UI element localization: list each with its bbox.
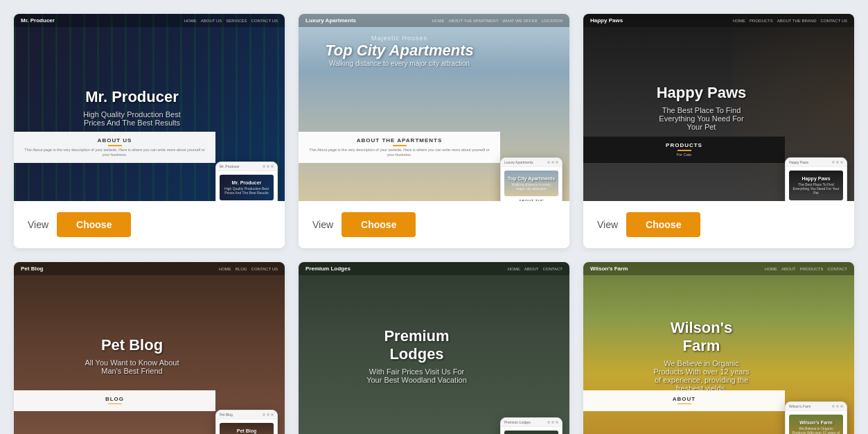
section-title: ABOUT: [594, 396, 774, 402]
mobile-mockup: Luxury Apartments Top City Apartments Wa…: [500, 157, 563, 201]
card-footer-apartments: View Choose: [299, 201, 569, 248]
mobile-top-bar: Premium Lodges: [501, 418, 562, 427]
nav-link: ABOUT US: [201, 19, 222, 23]
preview-subtitle: All You Want to Know About Man's Best Fr…: [82, 358, 183, 375]
nav-link: PRODUCTS: [800, 267, 824, 271]
nav-link: HOME: [432, 19, 444, 23]
preview-nav: Luxury Apartments HOMEABOUT THE APARTMEN…: [299, 14, 569, 27]
mobile-hero-subtitle: High Quality Production Best Prices And …: [222, 186, 271, 195]
nav-link: HOME: [508, 267, 520, 271]
nav-link: PRODUCTS: [750, 19, 773, 23]
mobile-content-area: Pet Blog All You Want to Know About Man'…: [216, 419, 277, 434]
mobile-hero: Top City Apartments Walking distance to …: [504, 171, 558, 196]
preview-section: ABOUT THE APARTMENTS This About page is …: [299, 132, 500, 163]
mobile-dots: [263, 165, 274, 168]
nav-link: BLOG: [236, 267, 247, 271]
mobile-hero-title: Pet Blog: [222, 428, 271, 433]
mobile-hero: Wilson's Farm We Believe in Organic Prod…: [789, 415, 843, 434]
nav-link: WHAT WE OFFER: [502, 19, 537, 23]
preview-nav: Wilson's Farm HOMEABOUTPRODUCTSCONTACT: [583, 262, 854, 275]
preview-nav-logo: Happy Paws: [590, 17, 623, 24]
section-text: This About page is the very description …: [309, 148, 490, 157]
preview-nav-links: HOMEABOUTCONTACT: [508, 267, 563, 271]
section-text: This About page is the very description …: [24, 148, 205, 157]
nav-link: CONTACT: [542, 267, 563, 271]
nav-link: HOME: [184, 19, 197, 23]
mobile-mockup: Premium Lodges Premium Lodges With Fair …: [500, 417, 563, 434]
mobile-hero: Happy Paws The Best Place To Find Everyt…: [789, 171, 843, 200]
mobile-top-bar: Wilson's Farm: [786, 402, 847, 411]
mobile-hero-subtitle: The Best Place To Find Everything You Ne…: [792, 182, 840, 195]
nav-link: CONTACT US: [251, 267, 278, 271]
preview-nav: Mr. Producer HOMEABOUT USSERVICESCONTACT…: [14, 14, 285, 27]
nav-link: SERVICES: [226, 19, 247, 23]
card-producer: Mr. Producer HOMEABOUT USSERVICESCONTACT…: [14, 14, 285, 248]
mobile-hero: Mr. Producer High Quality Production Bes…: [220, 175, 274, 200]
mobile-hero-subtitle: Walking distance to every major city att…: [507, 182, 556, 191]
mobile-content-area: Happy Paws The Best Place To Find Everyt…: [786, 167, 847, 201]
mobile-hero: Premium Lodges With Fair Prices Visit Us…: [504, 431, 558, 434]
card-footer-happypaws: View Choose: [583, 201, 854, 248]
preview-nav-links: HOMEABOUT THE APARTMENTWHAT WE OFFERLOCA…: [432, 19, 563, 23]
preview-nav: Happy Paws HOMEPRODUCTSABOUT THE BRANDCO…: [583, 14, 854, 27]
mobile-top-bar: Happy Paws: [786, 158, 847, 167]
preview-nav-logo: Mr. Producer: [21, 17, 55, 24]
nav-link: LOCATION: [542, 19, 563, 23]
nav-link: ABOUT THE APARTMENT: [448, 19, 498, 23]
preview-section: ABOUT: [583, 390, 785, 412]
mobile-hero-title: Wilson's Farm: [792, 420, 840, 425]
view-button[interactable]: View: [597, 216, 618, 233]
preview-title: Mr. Producer: [82, 88, 183, 106]
nav-link: HOME: [765, 267, 777, 271]
nav-link: ABOUT: [524, 267, 539, 271]
preview-nav-logo: Pet Blog: [21, 266, 43, 272]
section-divider: [108, 403, 122, 405]
nav-link: ABOUT THE BRAND: [777, 19, 817, 23]
card-preview-farm: Wilson's Farm HOMEABOUTPRODUCTSCONTACT W…: [583, 262, 854, 434]
section-title: PRODUCTS: [594, 142, 774, 148]
card-happypaws: Happy Paws HOMEPRODUCTSABOUT THE BRANDCO…: [583, 14, 854, 248]
card-preview-petblog: Pet Blog HOMEBLOGCONTACT US Pet Blog All…: [14, 262, 285, 434]
choose-button[interactable]: Choose: [57, 212, 131, 237]
template-grid: Mr. Producer HOMEABOUT USSERVICESCONTACT…: [14, 14, 854, 434]
nav-link: CONTACT US: [251, 19, 278, 23]
preview-section: ABOUT US This About page is the very des…: [14, 132, 215, 163]
mobile-dots: [263, 413, 274, 416]
card-preview-lodges: Premium Lodges HOMEABOUTCONTACT Premium …: [299, 262, 569, 434]
nav-link: HOME: [733, 19, 745, 23]
preview-title: Premium Lodges: [366, 327, 468, 363]
card-farm: Wilson's Farm HOMEABOUTPRODUCTSCONTACT W…: [583, 262, 854, 434]
mobile-top-bar: Luxury Apartments: [501, 158, 562, 167]
preview-nav-logo: Wilson's Farm: [590, 266, 628, 272]
mobile-content-area: Wilson's Farm We Believe in Organic Prod…: [786, 411, 847, 434]
card-lodges: Premium Lodges HOMEABOUTCONTACT Premium …: [299, 262, 569, 434]
mobile-top-bar: Mr. Producer: [216, 162, 277, 171]
section-title: ABOUT THE APARTMENTS: [309, 137, 490, 144]
section-divider: [393, 145, 407, 146]
mobile-mockup: Mr. Producer Mr. Producer High Quality P…: [215, 162, 278, 201]
section-divider: [677, 403, 691, 405]
section-title: ABOUT US: [24, 137, 205, 144]
choose-button[interactable]: Choose: [626, 212, 700, 237]
choose-button[interactable]: Choose: [342, 212, 416, 237]
card-apartments: Luxury Apartments HOMEABOUT THE APARTMEN…: [299, 14, 569, 248]
card-preview-happypaws: Happy Paws HOMEPRODUCTSABOUT THE BRANDCO…: [583, 14, 854, 201]
mobile-dots: [547, 161, 558, 164]
nav-link: CONTACT US: [821, 19, 847, 23]
card-preview-producer: Mr. Producer HOMEABOUT USSERVICESCONTACT…: [14, 14, 285, 201]
preview-nav-links: HOMEBLOGCONTACT US: [219, 267, 278, 271]
mobile-hero: Pet Blog All You Want to Know About Man'…: [220, 423, 274, 434]
preview-section: BLOG: [14, 390, 215, 412]
view-button[interactable]: View: [312, 216, 333, 233]
mobile-hero-subtitle: We Believe in Organic Products With over…: [792, 426, 840, 434]
mobile-section-label: ABOUT THE APARTMENTS: [504, 199, 558, 201]
card-footer-producer: View Choose: [14, 201, 285, 248]
nav-link: CONTACT: [827, 267, 847, 271]
card-preview-apartments: Luxury Apartments HOMEABOUT THE APARTMEN…: [299, 14, 569, 201]
view-button[interactable]: View: [28, 216, 48, 233]
section-text: For Cats: [594, 153, 774, 157]
card-petblog: Pet Blog HOMEBLOGCONTACT US Pet Blog All…: [14, 262, 285, 434]
mobile-dots: [832, 161, 843, 164]
preview-nav: Pet Blog HOMEBLOGCONTACT US: [14, 262, 285, 275]
mobile-hero-title: Happy Paws: [792, 176, 840, 181]
